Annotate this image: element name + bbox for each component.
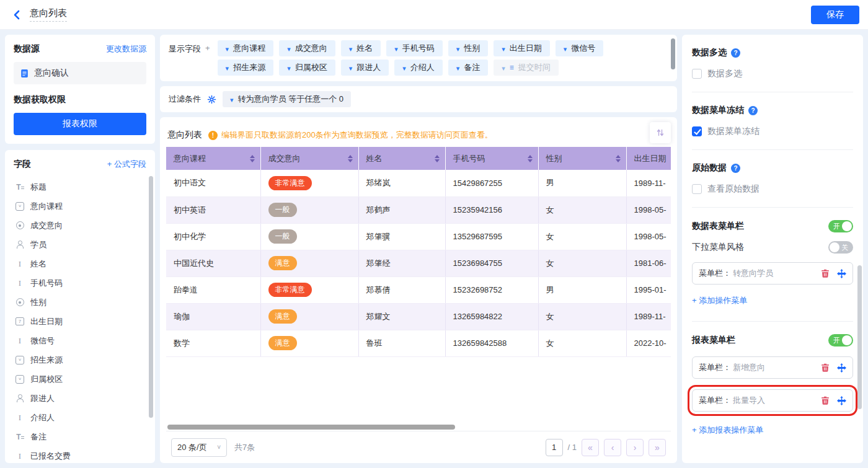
column-sort-icon[interactable] [348, 155, 353, 162]
menu-item-name[interactable]: 转意向学员 [733, 268, 821, 279]
field-item[interactable]: 介绍人 [14, 408, 146, 427]
report-menu-toggle[interactable]: 开 [828, 334, 853, 347]
page-size-select[interactable]: 20 条/页 ˅ [171, 438, 227, 457]
field-label: 性别 [30, 297, 46, 308]
filter-condition-chip[interactable]: 转为意向学员 等于任意一个 0 [223, 91, 351, 107]
display-field-tag[interactable]: 介绍人 [394, 60, 443, 76]
multi-select-checkbox[interactable]: 数据多选 [692, 68, 853, 79]
display-field-tag[interactable]: 跟进人 [341, 60, 389, 76]
current-page-box[interactable]: 1 [546, 439, 563, 456]
column-header[interactable]: 性别 [538, 147, 626, 170]
display-field-tag[interactable]: 招生来源 [218, 60, 274, 76]
delete-icon[interactable] [821, 363, 830, 372]
help-icon[interactable]: ? [731, 48, 740, 58]
table-row[interactable]: 瑜伽 满意 郑耀文 13265984822 女 1989-11- [166, 303, 671, 330]
column-header[interactable]: 手机号码 [445, 147, 538, 170]
display-field-tag[interactable]: 成交意向 [279, 40, 335, 56]
field-item[interactable]: 跟进人 [14, 389, 146, 408]
gear-icon[interactable] [207, 95, 216, 104]
menu-bar-item[interactable]: 菜单栏： 转意向学员 [692, 262, 853, 285]
column-header[interactable]: 出生日期 [626, 147, 671, 170]
display-field-tag[interactable]: 手机号码 [386, 40, 443, 56]
field-type-icon [15, 298, 25, 307]
menu-item-name[interactable]: 批量导入 [733, 395, 821, 406]
column-header[interactable]: 意向课程 [166, 147, 260, 170]
report-permission-button[interactable]: 报表权限 [14, 113, 146, 135]
field-item[interactable]: 标题 [14, 177, 146, 196]
tags-scrollbar-thumb[interactable] [671, 38, 675, 69]
field-item[interactable]: 已报名交费 [14, 446, 146, 463]
field-item[interactable]: 出生日期 [14, 312, 146, 331]
help-icon[interactable]: ? [748, 106, 758, 115]
field-label: 归属校区 [30, 374, 63, 385]
table-row[interactable]: 初中化学 一般 郑肇骥 13529687595 女 1998-05- [166, 223, 671, 250]
move-icon[interactable] [837, 396, 846, 405]
topbar: 意向列表 保存 [0, 0, 868, 30]
add-action-menu-link[interactable]: + 添加操作菜单 [692, 295, 853, 306]
save-button[interactable]: 保存 [811, 6, 859, 24]
add-display-field-button[interactable]: + [205, 43, 210, 76]
field-item[interactable]: 手机号码 [14, 273, 146, 293]
field-item[interactable]: 归属校区 [14, 369, 146, 389]
total-pages: / 1 [568, 443, 577, 452]
table-row[interactable]: 跆拳道 非常满意 郑慕倩 15232698752 男 1995-01- [166, 276, 671, 303]
move-icon[interactable] [837, 269, 846, 278]
raw-data-checkbox[interactable]: 查看原始数据 [692, 183, 853, 195]
field-item[interactable]: 意向课程 [14, 196, 146, 216]
change-datasource-link[interactable]: 更改数据源 [106, 43, 146, 55]
display-field-tag[interactable]: 备注 [448, 60, 489, 76]
help-icon[interactable]: ? [731, 164, 740, 173]
next-page-button[interactable]: › [626, 439, 644, 456]
first-page-button[interactable]: « [582, 439, 599, 456]
field-item[interactable]: 成交意向 [14, 216, 146, 235]
prev-page-button[interactable]: ‹ [604, 439, 621, 456]
column-sort-icon[interactable] [435, 155, 440, 162]
last-page-button[interactable]: » [649, 439, 666, 456]
menu-item-name[interactable]: 新增意向 [733, 362, 821, 373]
move-icon[interactable] [837, 363, 846, 373]
cell-name: 郑慕倩 [358, 276, 445, 303]
add-report-action-menu-link[interactable]: + 添加报表操作菜单 [692, 425, 853, 436]
table-row[interactable]: 初中英语 一般 郑鹤声 15235942156 女 1998-05- [166, 196, 671, 223]
field-item[interactable]: 性别 [14, 293, 146, 312]
field-item[interactable]: 备注 [14, 427, 146, 446]
field-item[interactable]: 姓名 [14, 254, 146, 273]
column-header[interactable]: 姓名 [358, 147, 445, 170]
display-field-tag[interactable]: 意向课程 [218, 40, 274, 56]
back-button[interactable] [12, 10, 21, 20]
add-formula-field-link[interactable]: + 公式字段 [107, 159, 146, 170]
cell-satisfaction: 非常满意 [260, 276, 358, 303]
satisfaction-badge: 一般 [268, 203, 297, 217]
settings-scrollbar-thumb[interactable] [857, 265, 862, 409]
field-item[interactable]: 招生来源 [14, 350, 146, 369]
datasource-item[interactable]: 意向确认 [14, 62, 146, 84]
cell-gender: 女 [538, 250, 626, 276]
sort-order-button[interactable] [650, 122, 671, 143]
delete-icon[interactable] [821, 269, 830, 278]
display-field-tag[interactable]: 微信号 [556, 40, 604, 56]
column-sort-icon[interactable] [528, 155, 533, 162]
field-item[interactable]: 微信号 [14, 331, 146, 350]
display-field-tag[interactable]: 归属校区 [279, 60, 335, 76]
table-row[interactable]: 初中语文 非常满意 郑绪岚 15429867255 男 1989-11- [166, 170, 671, 196]
menu-bar-item[interactable]: 菜单栏： 批量导入 [692, 389, 853, 412]
table-row[interactable]: 中国近代史 满意 郑肇经 15236984755 女 1981-06- [166, 250, 671, 276]
display-field-tag[interactable]: 性别 [448, 40, 489, 56]
column-header[interactable]: 成交意向 [260, 147, 358, 170]
display-field-tag[interactable]: 出生日期 [494, 40, 550, 56]
column-sort-icon[interactable] [616, 155, 621, 162]
field-item[interactable]: 学员 [14, 235, 146, 254]
cell-gender: 女 [538, 223, 626, 250]
dropdown-style-toggle[interactable]: 关 [828, 241, 853, 254]
column-sort-icon[interactable] [250, 155, 255, 162]
display-field-tag-disabled[interactable]: ≡ 提交时间 [494, 60, 559, 76]
display-field-tag[interactable]: 姓名 [341, 40, 381, 56]
fields-scrollbar-thumb[interactable] [149, 176, 153, 418]
menu-bar-item[interactable]: 菜单栏： 新增意向 [692, 356, 853, 379]
table-row[interactable]: 数学 满意 鲁班 132659842588 女 2022-10- [166, 330, 671, 356]
table-menu-toggle[interactable]: 开 [828, 220, 853, 232]
delete-icon[interactable] [821, 396, 830, 405]
cell-birth: 1989-11- [626, 170, 671, 196]
menu-freeze-checkbox[interactable]: 数据菜单冻结 [692, 126, 853, 137]
horizontal-scrollbar-thumb[interactable] [167, 425, 455, 430]
